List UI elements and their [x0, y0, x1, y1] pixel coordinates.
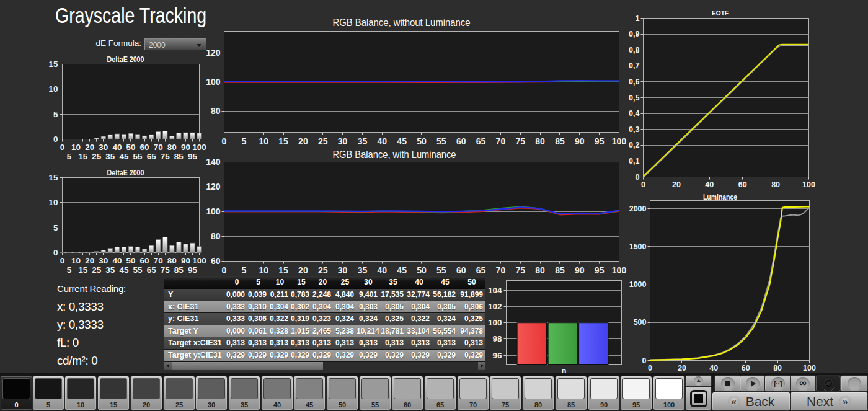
svg-text:0,2: 0,2 — [629, 141, 639, 149]
svg-text:0,4: 0,4 — [629, 109, 639, 118]
svg-text:25: 25 — [92, 152, 102, 161]
svg-text:DeltaE 2000: DeltaE 2000 — [107, 55, 144, 64]
svg-text:15: 15 — [48, 173, 58, 182]
svg-text:10: 10 — [259, 136, 268, 146]
svg-text:DeltaE 2000: DeltaE 2000 — [107, 168, 144, 177]
svg-text:0: 0 — [60, 256, 65, 265]
svg-text:45: 45 — [397, 265, 407, 275]
svg-text:100: 100 — [802, 180, 815, 189]
svg-text:5: 5 — [67, 152, 72, 161]
svg-text:10: 10 — [48, 198, 58, 207]
svg-text:0: 0 — [53, 135, 58, 144]
svg-text:50: 50 — [417, 265, 427, 275]
svg-text:35: 35 — [105, 265, 115, 275]
svg-text:20: 20 — [85, 143, 94, 152]
svg-text:102: 102 — [488, 302, 502, 311]
svg-text:5: 5 — [67, 265, 72, 275]
svg-text:15: 15 — [78, 265, 88, 275]
svg-text:80: 80 — [167, 256, 177, 265]
svg-text:120: 120 — [206, 182, 221, 192]
svg-text:5: 5 — [241, 265, 246, 275]
svg-text:30: 30 — [99, 256, 108, 265]
svg-text:15: 15 — [278, 136, 288, 146]
svg-text:0,8: 0,8 — [629, 46, 639, 55]
svg-text:1: 1 — [636, 14, 640, 23]
svg-text:85: 85 — [555, 136, 565, 146]
svg-text:0: 0 — [60, 143, 65, 152]
svg-text:40: 40 — [112, 256, 122, 265]
svg-text:100: 100 — [612, 265, 627, 275]
svg-text:65: 65 — [147, 152, 157, 161]
svg-text:35: 35 — [358, 136, 368, 146]
svg-text:15: 15 — [48, 60, 58, 69]
svg-text:100: 100 — [206, 206, 221, 216]
svg-text:35: 35 — [105, 152, 115, 161]
svg-text:75: 75 — [161, 152, 170, 161]
svg-text:15: 15 — [78, 152, 88, 161]
svg-text:500: 500 — [634, 318, 647, 327]
svg-text:EOTF: EOTF — [712, 9, 728, 17]
svg-text:55: 55 — [133, 152, 143, 161]
svg-text:90: 90 — [575, 136, 585, 146]
svg-text:45: 45 — [119, 152, 129, 161]
svg-text:25: 25 — [318, 136, 328, 146]
svg-text:40: 40 — [705, 180, 714, 189]
svg-text:55: 55 — [436, 265, 446, 275]
svg-text:65: 65 — [147, 265, 157, 275]
svg-text:104: 104 — [488, 286, 502, 295]
svg-text:30: 30 — [338, 136, 348, 146]
svg-text:80: 80 — [535, 136, 545, 146]
svg-text:10: 10 — [71, 143, 81, 152]
svg-text:95: 95 — [595, 265, 604, 275]
svg-text:RGB Balance, without Luminance: RGB Balance, without Luminance — [333, 17, 471, 29]
svg-text:80: 80 — [211, 231, 221, 241]
svg-text:0: 0 — [641, 180, 645, 189]
svg-text:0: 0 — [222, 136, 227, 146]
svg-text:40: 40 — [378, 265, 388, 275]
svg-text:80: 80 — [773, 364, 782, 373]
svg-text:2000: 2000 — [629, 205, 647, 213]
svg-text:0,5: 0,5 — [629, 94, 639, 102]
svg-text:20: 20 — [298, 265, 308, 275]
svg-text:0,9: 0,9 — [629, 30, 639, 38]
svg-text:10: 10 — [71, 256, 81, 265]
svg-text:55: 55 — [133, 265, 143, 275]
svg-text:20: 20 — [678, 364, 686, 373]
svg-text:70: 70 — [154, 143, 163, 152]
svg-text:60: 60 — [456, 136, 466, 146]
svg-text:50: 50 — [126, 143, 135, 152]
svg-text:100: 100 — [192, 143, 206, 152]
svg-text:0,6: 0,6 — [629, 77, 639, 86]
svg-text:1500: 1500 — [629, 242, 647, 251]
svg-text:25: 25 — [318, 265, 328, 275]
svg-text:85: 85 — [174, 265, 184, 275]
svg-text:25: 25 — [92, 265, 102, 275]
svg-text:0,3: 0,3 — [629, 125, 639, 134]
svg-text:100: 100 — [206, 77, 221, 87]
svg-text:0,7: 0,7 — [629, 61, 639, 70]
svg-text:60: 60 — [456, 265, 466, 275]
svg-text:20: 20 — [672, 180, 681, 189]
svg-text:75: 75 — [161, 265, 170, 275]
svg-text:5: 5 — [241, 136, 246, 146]
svg-text:75: 75 — [515, 136, 525, 146]
svg-text:40: 40 — [112, 143, 122, 152]
svg-text:95: 95 — [188, 265, 198, 275]
svg-text:70: 70 — [496, 136, 506, 146]
svg-text:50: 50 — [417, 136, 427, 146]
svg-text:40: 40 — [378, 136, 388, 146]
svg-text:60: 60 — [140, 256, 149, 265]
svg-text:80: 80 — [167, 143, 177, 152]
svg-text:100: 100 — [612, 136, 627, 146]
svg-text:85: 85 — [555, 265, 565, 275]
svg-text:75: 75 — [515, 265, 525, 275]
svg-text:70: 70 — [154, 256, 163, 265]
svg-text:5: 5 — [53, 223, 58, 232]
svg-text:0: 0 — [648, 364, 652, 373]
svg-text:80: 80 — [771, 180, 780, 189]
svg-text:1000: 1000 — [629, 280, 647, 289]
svg-text:20: 20 — [298, 136, 308, 146]
svg-text:80: 80 — [535, 265, 545, 275]
svg-text:70: 70 — [496, 265, 506, 275]
svg-text:95: 95 — [595, 136, 604, 146]
